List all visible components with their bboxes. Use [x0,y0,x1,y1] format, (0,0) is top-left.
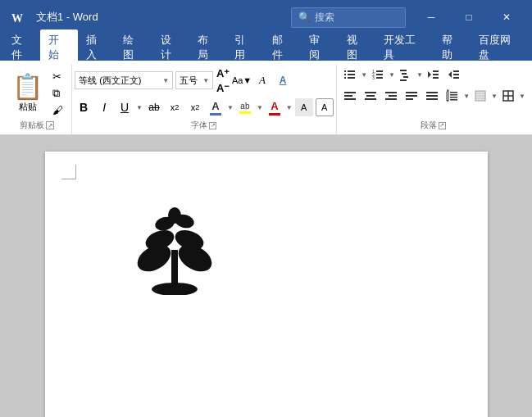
superscript-button[interactable]: x2 [186,98,204,116]
paragraph-launcher[interactable]: ↗ [439,122,446,129]
decrease-indent-button[interactable] [424,66,443,84]
format-painter-icon: 🖌 [52,104,63,116]
svg-rect-30 [366,95,375,97]
font-size-increase[interactable]: A⁺ [216,66,230,80]
bold-button[interactable]: B [75,98,93,116]
font-family-select[interactable]: 等线 (西文正文) ▼ [75,71,173,89]
menu-bar: 文件 开始 插入 绘图 设计 布局 引用 邮件 审阅 视图 开发工具 帮助 百度… [0,34,532,61]
cut-icon: ✂ [52,70,61,83]
svg-rect-40 [426,98,438,100]
svg-rect-39 [426,95,438,97]
font-color2-arrow[interactable]: ▼ [286,104,293,111]
justify-dist-button[interactable] [422,87,442,105]
line-spacing-arrow[interactable]: ▼ [463,93,470,100]
multilevel-list-button[interactable] [396,66,416,84]
font-row1: 等线 (西文正文) ▼ 五号 ▼ A⁺ A⁻ Aa▼ A [75,66,334,95]
clipboard-label: 剪贴板 ↗ [20,118,54,133]
line-spacing-button[interactable] [443,87,462,105]
numbered-list-arrow[interactable]: ▼ [389,71,395,79]
align-right-button[interactable] [381,87,401,105]
paragraph-group: ▼ 1.2.3. ▼ ▼ [337,64,529,134]
font-color2-button[interactable]: A [266,98,284,116]
bullet-list-button[interactable] [340,66,360,84]
document-page[interactable] [45,152,488,417]
text-effects-button[interactable]: A [274,71,292,89]
para-row1: ▼ 1.2.3. ▼ ▼ [340,66,525,84]
svg-rect-36 [406,95,417,97]
svg-rect-2 [344,70,346,72]
shading-button[interactable] [471,87,490,105]
font-size-select[interactable]: 五号 ▼ [175,71,213,89]
underline-button[interactable]: U [116,98,134,116]
svg-point-63 [168,207,181,224]
svg-rect-31 [365,98,376,100]
subscript-button[interactable]: x2 [166,98,184,116]
font-label: 字体 ↗ [191,118,216,133]
borders-button[interactable] [498,87,518,105]
align-center-button[interactable] [361,87,380,105]
svg-rect-14 [400,70,407,71]
svg-rect-33 [389,95,397,97]
svg-rect-35 [406,92,417,93]
bullet-list-arrow[interactable]: ▼ [361,71,367,79]
font-size-controls: A⁺ A⁻ [216,66,230,95]
copy-icon: ⧉ [52,87,60,100]
paste-button[interactable]: 📋 粘贴 [7,69,48,116]
align-left-button[interactable] [340,87,360,105]
font-color-button[interactable]: A [207,98,225,116]
word-logo: W [7,6,30,29]
justify-button[interactable] [402,87,421,105]
svg-marker-18 [428,71,431,78]
char-shading-button[interactable]: A [295,98,313,116]
svg-rect-38 [426,92,438,93]
search-box[interactable]: 🔍 搜索 [291,7,406,28]
svg-rect-16 [403,76,408,78]
format-painter-button[interactable]: 🖌 [49,102,66,118]
font-launcher[interactable]: ↗ [209,122,216,129]
multilevel-list-arrow[interactable]: ▼ [416,71,423,79]
svg-rect-42 [450,94,457,96]
font-family-value: 等线 (西文正文) [79,75,141,87]
svg-point-56 [152,283,198,295]
para-row2: ▼ ▼ ▼ [340,87,525,105]
strikethrough-button[interactable]: ab [145,98,163,116]
clipboard-small-buttons: ✂ ⧉ 🖌 [49,69,66,118]
svg-rect-43 [450,97,457,98]
svg-rect-3 [348,70,355,72]
copy-button[interactable]: ⧉ [49,85,66,102]
page-corner [61,165,76,179]
borders-arrow[interactable]: ▼ [519,93,525,100]
numbered-list-button[interactable]: 1.2.3. [368,66,388,84]
increase-indent-button[interactable] [444,66,464,84]
svg-rect-34 [385,98,397,100]
italic-button[interactable]: I [95,98,113,116]
svg-rect-20 [433,74,439,75]
svg-rect-11 [376,74,383,75]
svg-rect-4 [344,74,346,75]
clipboard-launcher[interactable]: ↗ [46,121,54,129]
svg-rect-21 [433,77,439,79]
ribbon: 📋 粘贴 ✂ ⧉ 🖌 剪贴板 ↗ [0,61,532,135]
svg-rect-26 [344,92,356,93]
svg-marker-22 [448,71,452,78]
clear-format-button[interactable]: A [253,71,271,89]
svg-rect-28 [344,98,356,100]
svg-rect-29 [365,92,376,93]
svg-rect-23 [453,70,459,72]
change-case-button[interactable]: Aa▼ [233,71,251,89]
svg-rect-27 [344,95,352,97]
svg-marker-45 [447,90,448,101]
font-color-arrow[interactable]: ▼ [227,104,234,111]
dropdown-arrow-u: ▼ [136,104,143,111]
highlight-arrow[interactable]: ▼ [257,104,263,111]
svg-rect-32 [385,92,397,93]
svg-rect-6 [344,77,346,79]
font-size-decrease[interactable]: A⁻ [216,80,230,95]
svg-text:3.: 3. [372,75,375,80]
svg-text:W: W [11,12,23,25]
cut-button[interactable]: ✂ [49,69,66,84]
char-border-button[interactable]: A [316,98,334,116]
shading-arrow[interactable]: ▼ [491,93,498,100]
highlight-color-button[interactable]: ab [236,98,254,116]
svg-rect-17 [400,79,407,81]
